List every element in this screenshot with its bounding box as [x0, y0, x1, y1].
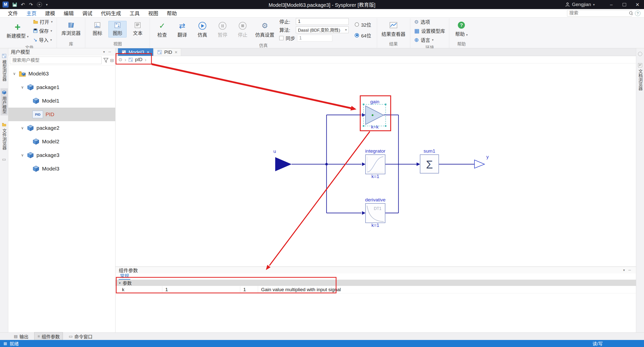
- parameter-group-row[interactable]: ▾ 参数: [115, 280, 636, 286]
- menu-modeling[interactable]: 建模: [41, 8, 59, 18]
- sidebar-tab-document-browser[interactable]: 文档浏览器: [636, 61, 644, 93]
- bottom-tab-command-window[interactable]: ▭ 命令窗口: [65, 332, 96, 341]
- stop-button[interactable]: 停止: [233, 21, 252, 39]
- tree-item-model1[interactable]: Model1: [8, 94, 115, 108]
- tab-general[interactable]: 常规: [119, 272, 130, 280]
- graphic-view-button[interactable]: 图形: [108, 21, 127, 37]
- breadcrumb-home-icon[interactable]: ⊙: [118, 57, 122, 62]
- open-button[interactable]: 打开▾: [32, 18, 54, 25]
- input-port-u[interactable]: u: [273, 149, 292, 171]
- menu-help[interactable]: 帮助: [163, 8, 181, 18]
- close-tab-icon[interactable]: ✕: [175, 50, 178, 55]
- library-browser-button[interactable]: 库浏览器: [60, 21, 82, 37]
- param-value-cell[interactable]: 1: [162, 286, 240, 293]
- panel-minimize-icon[interactable]: ─: [627, 268, 633, 272]
- search-input[interactable]: [569, 11, 628, 16]
- panel-dropdown-icon[interactable]: ▾: [101, 50, 107, 54]
- tree-item-model3[interactable]: Model3: [8, 162, 115, 176]
- tree-item-model2[interactable]: Model2: [8, 135, 115, 148]
- dock-options-icon[interactable]: [638, 52, 642, 56]
- bit64-radio[interactable]: 64位: [355, 32, 371, 39]
- bottom-tab-component-parameters[interactable]: ≡ 组件参数: [34, 332, 63, 341]
- model-search-input[interactable]: [10, 57, 102, 64]
- tree-item-model63[interactable]: ∨ Model63: [8, 67, 115, 80]
- menu-edit[interactable]: 编辑: [59, 8, 78, 18]
- param-default-cell[interactable]: 1: [240, 286, 258, 293]
- undo-icon[interactable]: ↶: [21, 2, 25, 7]
- import-button[interactable]: ↘ 导入▾: [32, 36, 54, 44]
- panel-dropdown-icon[interactable]: ▾: [621, 268, 627, 272]
- redo-icon[interactable]: ↷: [29, 2, 33, 7]
- parameter-row-k[interactable]: k 1 1 Gain value multiplied with input s…: [115, 286, 636, 293]
- bit32-radio[interactable]: 32位: [355, 21, 371, 28]
- help-icon[interactable]: ?: [635, 11, 640, 16]
- expander-icon[interactable]: ∨: [20, 153, 24, 157]
- expander-icon[interactable]: ∨: [20, 85, 24, 90]
- sum-block[interactable]: Σ sum1: [420, 148, 439, 173]
- run-icon[interactable]: [37, 2, 42, 7]
- menu-codegen[interactable]: 代码生成: [97, 8, 125, 18]
- sync-checkbox[interactable]: [279, 36, 284, 40]
- stop-time-input[interactable]: [296, 18, 349, 25]
- panel-icon[interactable]: ▭: [2, 157, 6, 162]
- tree-item-pid[interactable]: PID PID: [8, 108, 115, 121]
- algorithm-select[interactable]: Dassl (BDF,变阶,刚性)▾: [296, 26, 349, 33]
- new-model-button[interactable]: + 新建模型 ▾: [5, 22, 30, 40]
- qat-dropdown-icon[interactable]: ▾: [46, 3, 48, 6]
- set-library-button[interactable]: ▦ 设置模型库: [413, 27, 446, 34]
- package-icon: [27, 84, 34, 91]
- sidebar-tab-user-model[interactable]: 用户模型: [1, 88, 8, 115]
- icon-view-button[interactable]: 图标: [88, 21, 106, 37]
- sidebar-tab-model-browser[interactable]: 模型浏览器: [1, 52, 8, 83]
- tree-item-package2[interactable]: ∨ package2: [8, 121, 115, 135]
- maximize-button[interactable]: [618, 0, 631, 9]
- sync-value-input[interactable]: [297, 35, 332, 41]
- translate-button[interactable]: ⇄ 翻译: [173, 21, 191, 39]
- doc-tab-model3[interactable]: Model3 ✕: [118, 48, 153, 56]
- group-label-help: 帮助: [452, 40, 470, 48]
- text-view-button[interactable]: 文本: [129, 21, 147, 37]
- output-port-y[interactable]: y: [474, 154, 489, 168]
- options-button[interactable]: ⚙ 选项: [413, 18, 446, 25]
- stop-icon: [239, 22, 247, 30]
- menu-home[interactable]: 主页: [22, 8, 41, 18]
- simulate-button[interactable]: 仿真: [193, 21, 211, 39]
- breadcrumb-item[interactable]: pID: [135, 57, 143, 62]
- param-name-cell[interactable]: k: [115, 286, 162, 293]
- simulation-settings-button[interactable]: ⚙ 仿真设置: [254, 21, 276, 39]
- integrator-block[interactable]: integrator k=1: [365, 148, 386, 179]
- group-expander-icon[interactable]: ▾: [119, 281, 121, 285]
- sidebar-tab-file-browser[interactable]: 文件浏览器: [1, 120, 8, 152]
- derivative-block[interactable]: DT1 derivative k=1: [365, 197, 385, 228]
- panel-minimize-icon[interactable]: ─: [107, 50, 113, 54]
- gain-block[interactable]: gain k=k: [363, 99, 386, 129]
- user-menu[interactable]: Gengjian ▾: [565, 2, 595, 7]
- close-button[interactable]: ✕: [631, 0, 644, 9]
- menu-file[interactable]: 文件: [4, 8, 22, 18]
- filter-icon[interactable]: [103, 58, 108, 63]
- tree-item-package3[interactable]: ∨ package3: [8, 148, 115, 162]
- diagram-canvas[interactable]: u gain k=k: [115, 63, 636, 267]
- tree-item-package1[interactable]: ∨ package1: [8, 80, 115, 94]
- close-tab-icon[interactable]: ✕: [146, 50, 150, 55]
- save-button[interactable]: 保存▾: [32, 27, 54, 34]
- minimize-button[interactable]: –: [605, 0, 618, 9]
- menu-tools[interactable]: 工具: [125, 8, 144, 18]
- help-button[interactable]: ? 帮助 ▾: [452, 20, 470, 38]
- check-button[interactable]: ✓ 检查: [153, 21, 171, 39]
- menu-view[interactable]: 视图: [144, 8, 163, 18]
- menu-debug[interactable]: 调试: [78, 8, 97, 18]
- collapse-all-icon[interactable]: ⊟: [110, 58, 114, 63]
- search-icon[interactable]: [629, 11, 633, 15]
- expander-icon[interactable]: ∨: [20, 126, 24, 130]
- doc-tab-pid[interactable]: PID ✕: [154, 48, 181, 56]
- language-button[interactable]: ⊕ 语言▾: [413, 36, 446, 44]
- expander-icon[interactable]: ∨: [12, 71, 16, 76]
- options-icon: ⚙: [414, 19, 419, 25]
- pause-button[interactable]: 暂停: [213, 21, 231, 39]
- result-viewer-button[interactable]: 结果查看器: [380, 20, 407, 38]
- right-dock-strip: 文档浏览器: [636, 48, 644, 332]
- save-icon[interactable]: [13, 3, 17, 7]
- bottom-tab-output[interactable]: ▤ 输出: [11, 332, 32, 341]
- library-browser-icon: [68, 22, 74, 28]
